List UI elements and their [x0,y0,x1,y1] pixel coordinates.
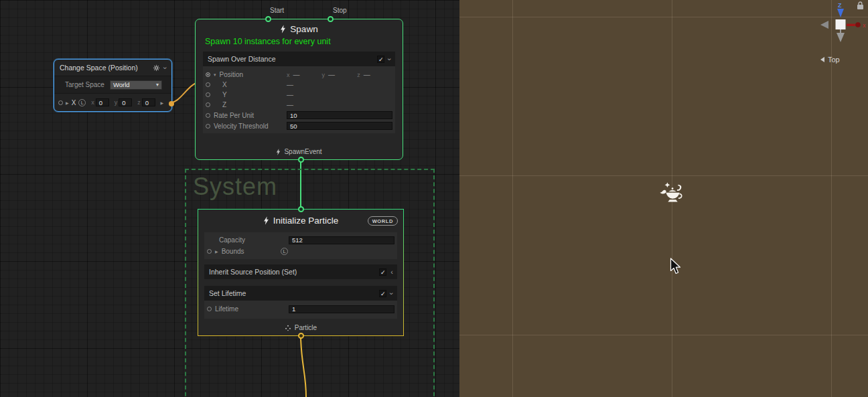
z-row: Z — [203,100,395,110]
spawnevent-output-port[interactable] [298,157,304,163]
grid-line [512,0,513,397]
system-group-label: System [193,173,433,201]
particle-output-port[interactable] [298,333,304,339]
particle-footer: Particle [198,324,403,331]
x-component-field[interactable]: 0 [96,98,109,106]
down-axis-cone[interactable] [837,33,845,42]
scene-view[interactable]: Z x Top [459,0,868,397]
rate-per-unit-port[interactable] [206,113,210,118]
x-input-row: ▶ X L x0 y0 z0 ▶ [54,94,171,111]
velocity-threshold-field[interactable]: 50 [287,122,392,130]
spawn-start-port[interactable] [265,16,271,22]
grid-line [459,175,868,176]
chevron-down-icon[interactable]: › [162,66,169,69]
world-space-badge[interactable]: WORLD [368,216,398,226]
target-space-row: Target Space World ▾ [54,76,171,94]
lifetime-field[interactable]: 1 [289,305,394,313]
block-title: Spawn Over Distance [208,55,373,63]
velocity-threshold-port[interactable] [206,124,210,129]
mouse-cursor [670,258,682,275]
velocity-threshold-row: Velocity Threshold 50 [203,121,395,131]
spawn-node-subtitle: Spawn 10 instances for every unit [205,37,403,46]
dropdown-arrow-icon: ▾ [156,82,159,88]
gear-icon[interactable] [153,64,160,72]
start-port-label: Start [270,7,284,14]
grid-line [459,17,868,17]
z-axis-cone[interactable] [837,9,844,17]
z-port[interactable] [206,102,210,107]
spawn-stop-port[interactable] [328,16,334,22]
spawn-over-distance-block: Spawn Over Distance ✓ › ▾ Position x— y—… [203,52,395,133]
initialize-input-port[interactable] [298,206,304,212]
foldout-icon[interactable]: ▾ [214,72,216,78]
position-z-value: — [364,71,370,78]
view-orientation-label[interactable]: Top [820,56,840,64]
gizmo-z-label: Z [838,2,842,9]
change-space-title: Change Space (Position) [60,64,149,72]
position-x-value: — [293,71,300,78]
graph-canvas[interactable]: System Start Stop Spawn Spawn 10 instanc… [0,0,459,397]
change-space-header[interactable]: Change Space (Position) › [54,60,171,76]
spawnevent-footer: SpawnEvent [196,148,403,155]
block-enabled-checkbox[interactable]: ✓ [379,290,386,297]
chevron-left-icon[interactable]: ‹ [390,268,393,276]
target-space-dropdown[interactable]: World ▾ [110,80,162,90]
capacity-field[interactable]: 512 [289,236,394,244]
left-axis-cone[interactable] [820,21,828,29]
grid-line [459,335,868,335]
y-row: Y — [203,90,395,100]
vfx-lamp-icon[interactable] [659,181,687,209]
lifetime-row: Lifetime 1 [204,303,397,315]
local-space-icon[interactable]: L [281,248,288,255]
expander-icon[interactable]: ▶ [215,249,218,254]
gizmo-x-label: x [863,22,866,29]
initialize-particle-node[interactable]: Initialize Particle WORLD Capacity 512 ▶… [198,209,404,336]
lightning-icon [280,25,286,33]
x-port[interactable] [206,82,210,87]
inherit-source-position-block[interactable]: Inherit Source Position (Set) ✓ ‹ [204,264,397,279]
expander-icon: ▶ [160,100,163,105]
capacity-row: Capacity 512 [204,234,397,246]
chevron-left-icon [820,57,824,62]
block-enabled-checkbox[interactable]: ✓ [377,56,384,63]
x-row: X — [203,80,395,90]
set-lifetime-block[interactable]: Set Lifetime ✓ › [204,286,397,301]
gizmo-center-cube[interactable] [836,19,846,29]
stop-port-label: Stop [333,7,347,14]
change-space-output-port[interactable] [169,101,174,106]
rate-per-unit-row: Rate Per Unit 10 [203,110,395,121]
x-value: — [287,81,293,88]
position-port[interactable] [206,72,210,77]
local-space-icon[interactable]: L [78,99,86,106]
spawn-over-distance-header[interactable]: Spawn Over Distance ✓ › [203,52,395,66]
y-value: — [287,91,293,98]
bounds-row: ▶ Bounds L [204,246,397,257]
x-axis-bar[interactable] [847,24,855,27]
z-value: — [287,101,293,108]
bounds-port[interactable] [207,249,212,254]
spawn-node-title: Spawn [196,24,403,34]
lightning-icon [263,216,269,225]
position-y-value: — [328,71,335,78]
vfx-graph-window: System Start Stop Spawn Spawn 10 instanc… [0,0,868,397]
y-component-field[interactable]: 0 [119,98,132,106]
x-input-port[interactable] [58,100,63,105]
lock-icon[interactable] [857,2,863,9]
change-space-node[interactable]: Change Space (Position) › Target Space W… [54,59,172,112]
particle-icon [285,325,291,331]
spawn-node[interactable]: Spawn Spawn 10 instances for every unit … [195,19,403,160]
x-axis-dot[interactable] [855,22,861,27]
position-row: ▾ Position x— y— z— [203,70,395,80]
expander-icon[interactable]: ▶ [66,100,69,105]
lightning-icon [276,149,281,155]
y-port[interactable] [206,92,210,97]
chevron-down-icon[interactable]: › [388,292,396,295]
rate-per-unit-field[interactable]: 10 [287,111,392,119]
chevron-down-icon[interactable]: › [386,58,394,60]
z-component-field[interactable]: 0 [142,98,155,106]
block-enabled-checkbox[interactable]: ✓ [379,268,386,276]
lifetime-port[interactable] [207,307,212,311]
